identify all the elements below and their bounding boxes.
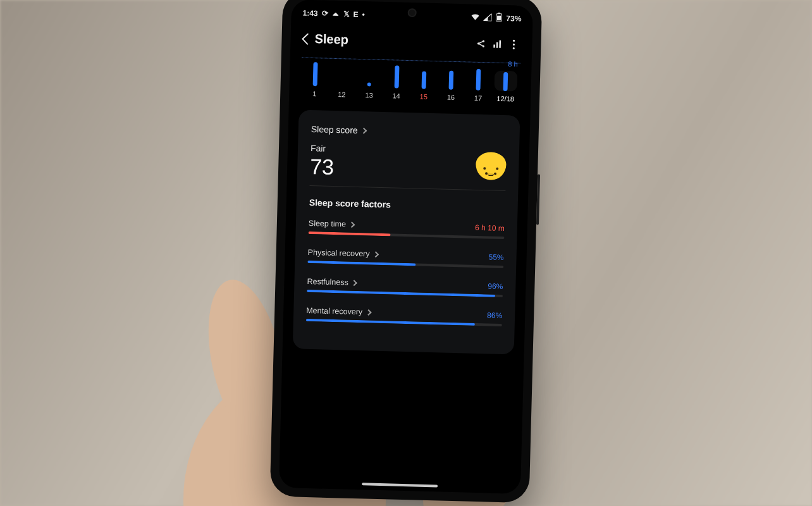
app-header: Sleep [290, 22, 532, 63]
day-label: 12/18 [494, 95, 517, 103]
wifi-icon [471, 13, 479, 22]
sync-icon: ⟳ [321, 9, 328, 18]
day-bar[interactable] [467, 68, 490, 90]
more-button[interactable] [505, 39, 522, 50]
share-button[interactable] [472, 38, 489, 49]
gesture-bar[interactable] [362, 483, 438, 487]
factor-fill [306, 319, 475, 326]
factor-value: 6 h 10 m [475, 223, 505, 233]
day-label: 14 [385, 92, 408, 100]
score-number: 73 [310, 154, 335, 180]
day-bar[interactable] [385, 65, 409, 89]
sleep-bar [422, 71, 427, 89]
sleep-bar [503, 72, 508, 91]
day-bar[interactable] [304, 62, 327, 87]
svg-point-14 [513, 43, 515, 45]
factor-value: 86% [487, 311, 502, 320]
svg-rect-12 [499, 40, 501, 47]
day-label: 13 [357, 91, 380, 99]
eight-hour-label: 8 h [508, 60, 518, 68]
svg-point-13 [513, 39, 515, 41]
chart-button[interactable] [489, 39, 505, 49]
dot-icon: • [362, 10, 365, 19]
sleep-bar [476, 69, 481, 90]
factor-fill [308, 231, 390, 236]
factor-track [307, 290, 503, 297]
sleep-score-link[interactable]: Sleep score [311, 124, 507, 139]
day-bar[interactable] [358, 82, 381, 88]
factor-fill [307, 290, 495, 297]
clock: 1:43 [302, 9, 317, 18]
page-title: Sleep [314, 32, 348, 47]
sleep-bar [394, 65, 399, 88]
x-icon: 𝕏 [343, 9, 349, 18]
day-bar[interactable] [412, 71, 436, 89]
day-label: 12 [330, 90, 353, 99]
factor-track [308, 231, 504, 239]
factor-value: 55% [488, 252, 503, 262]
day-bar[interactable] [494, 71, 517, 92]
factor-fill [307, 261, 415, 266]
chevron-right-icon [372, 251, 379, 257]
svg-rect-6 [497, 16, 501, 21]
chevron-right-icon [366, 309, 372, 316]
sleep-mascot-icon [476, 151, 507, 180]
factor-row[interactable]: Sleep time6 h 10 m [308, 219, 505, 239]
factor-track [306, 319, 502, 326]
svg-rect-11 [496, 42, 498, 47]
chevron-right-icon [360, 127, 367, 133]
svg-point-15 [513, 47, 515, 49]
score-rating: Fair [311, 143, 335, 154]
sleep-bar [312, 62, 317, 86]
back-button[interactable] [298, 33, 312, 45]
week-sleep-chart[interactable]: 8 h 112131415161712/18 [289, 57, 532, 103]
factor-value: 96% [488, 281, 503, 291]
divider [309, 185, 505, 191]
day-label: 15 [412, 92, 435, 101]
factor-name: Sleep time [309, 219, 346, 229]
svg-rect-10 [493, 44, 495, 47]
small-sleep-dot [367, 82, 371, 86]
sleep-score-card: Sleep score Fair 73 Sleep score factors … [293, 109, 520, 354]
battery-icon [495, 13, 502, 24]
screen: 1:43 ⟳ ⏶ 𝕏 E • 73% [279, 0, 533, 494]
day-label: 16 [440, 93, 462, 101]
signal-icon [483, 13, 491, 23]
day-label: 1 [303, 90, 326, 98]
factor-name: Physical recovery [308, 248, 370, 259]
factors-title: Sleep score factors [309, 197, 505, 213]
battery-pct: 73% [506, 14, 521, 23]
phone-frame: 1:43 ⟳ ⏶ 𝕏 E • 73% [270, 0, 543, 503]
sleep-bar [449, 71, 454, 90]
factor-name: Mental recovery [306, 306, 362, 316]
e-icon: E [353, 10, 358, 19]
sleep-score-link-label: Sleep score [311, 124, 358, 135]
chevron-right-icon [351, 280, 357, 286]
factor-row[interactable]: Mental recovery86% [306, 306, 503, 326]
filter-icon: ⏶ [331, 9, 339, 18]
svg-rect-5 [498, 13, 500, 14]
factor-name: Restfulness [307, 277, 348, 287]
day-label: 17 [467, 94, 489, 102]
chevron-right-icon [349, 221, 355, 228]
factor-row[interactable]: Physical recovery55% [307, 248, 504, 268]
factor-track [307, 261, 503, 268]
factor-row[interactable]: Restfulness96% [307, 277, 503, 297]
day-bar[interactable] [440, 70, 463, 90]
